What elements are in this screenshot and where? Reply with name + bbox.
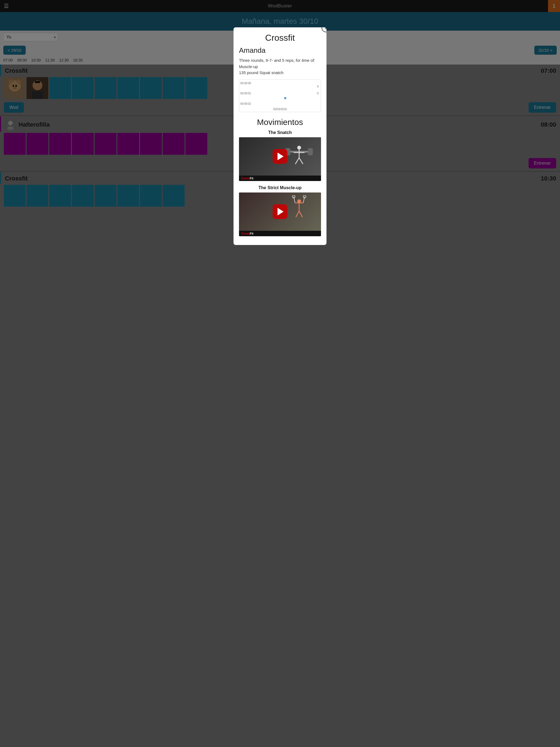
chart-zero-label: 0 <box>317 85 319 88</box>
svg-rect-19 <box>308 148 313 155</box>
play-triangle <box>278 153 284 160</box>
chart-y-label: 00:00:00 <box>240 82 251 85</box>
modal-desc-line1: Three rounds, 9-7- and 5 reps, for time … <box>239 58 315 62</box>
svg-point-20 <box>297 146 301 150</box>
chart-container: 00:00:00 00:00:01 00:00:02 0 0 02/03/201… <box>239 79 321 112</box>
modal-overlay[interactable]: ✕ Crossfit Amanda Three rounds, 9-7- and… <box>0 0 560 747</box>
svg-line-24 <box>299 158 303 164</box>
play-triangle-2 <box>278 208 284 215</box>
modal-title: Crossfit <box>233 27 327 45</box>
chart-data-dot <box>284 97 286 99</box>
svg-line-32 <box>296 211 299 217</box>
modal: ✕ Crossfit Amanda Three rounds, 9-7- and… <box>233 27 327 245</box>
video-block-muscleup: The Strict Muscle-up CF CrossFit ⏱ ⇗ <box>233 185 327 241</box>
chart-zero-labels: 0 0 <box>317 85 319 95</box>
modal-desc-line2: Muscle-up <box>239 64 258 69</box>
video-title-text: CrossFit <box>241 177 253 180</box>
chart-y-label: 00:00:01 <box>240 92 251 95</box>
video-block-snatch: The Snatch CF CrossFit ⏱ ⇗ <box>233 130 327 185</box>
chart-y-label: 00:00:02 <box>240 102 251 105</box>
chart-zero-label: 0 <box>317 92 319 95</box>
play-button-snatch[interactable] <box>273 149 287 164</box>
modal-workout-name: Amanda <box>233 45 327 57</box>
svg-line-33 <box>299 211 302 217</box>
video-title-bar: CrossFit <box>239 176 321 181</box>
chart-y-labels: 00:00:00 00:00:01 00:00:02 <box>240 82 251 105</box>
video-inner-2 <box>239 192 321 231</box>
video-title-text-2: CrossFit <box>241 232 253 235</box>
video-label-snatch: The Snatch <box>239 130 321 135</box>
video-title-bar-2: CrossFit <box>239 231 321 236</box>
video-inner <box>239 137 321 176</box>
svg-line-23 <box>295 158 299 164</box>
movimientos-title: Movimientos <box>233 115 327 130</box>
video-label-muscleup: The Strict Muscle-up <box>239 185 321 190</box>
modal-description: Three rounds, 9-7- and 5 reps, for time … <box>233 57 327 79</box>
modal-desc-line3: 135 pound Squat snatch <box>239 70 284 75</box>
video-thumb-muscleup[interactable]: CF CrossFit ⏱ ⇗ <box>239 192 321 236</box>
play-button-muscleup[interactable] <box>273 204 287 219</box>
chart-x-label: 02/03/2016 <box>273 108 287 111</box>
modal-chart: 00:00:00 00:00:01 00:00:02 0 0 02/03/201… <box>233 79 327 112</box>
video-thumb-snatch[interactable]: CF CrossFit ⏱ ⇗ <box>239 137 321 181</box>
